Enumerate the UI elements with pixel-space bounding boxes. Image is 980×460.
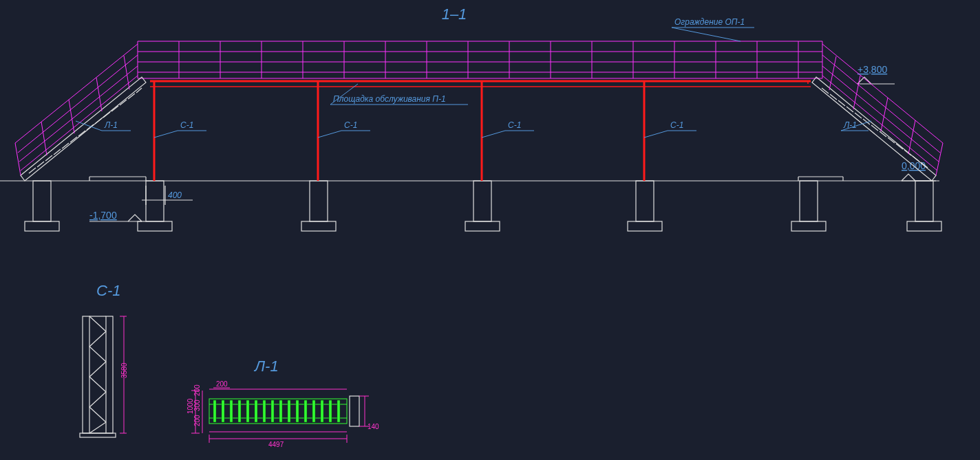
svg-rect-22 <box>465 221 500 231</box>
svg-line-100 <box>936 143 943 175</box>
svg-line-98 <box>822 66 939 162</box>
svg-line-62 <box>45 155 52 161</box>
leaders: Ограждение ОП-1 Площадка обслуживания П-… <box>76 17 871 138</box>
svg-rect-176 <box>337 400 340 422</box>
elev-top: +3,800 <box>858 64 895 84</box>
elev-foundation: -1,700 <box>89 210 142 221</box>
svg-text:140: 140 <box>368 423 379 430</box>
svg-line-117 <box>482 131 505 138</box>
svg-rect-17 <box>33 181 51 221</box>
svg-rect-164 <box>238 400 241 422</box>
svg-rect-168 <box>271 400 274 422</box>
svg-rect-166 <box>255 400 257 422</box>
svg-line-114 <box>318 131 341 138</box>
svg-rect-25 <box>636 181 654 221</box>
svg-line-78 <box>15 143 21 175</box>
svg-line-81 <box>96 78 102 111</box>
railing-deck <box>138 41 822 78</box>
svg-line-79 <box>41 122 47 155</box>
svg-rect-18 <box>138 221 172 231</box>
svg-line-136 <box>89 377 106 392</box>
svg-line-96 <box>822 44 943 143</box>
svg-line-66 <box>78 131 85 136</box>
svg-line-73 <box>136 88 142 93</box>
svg-line-93 <box>904 150 911 155</box>
dim-400: 400 <box>142 186 193 205</box>
svg-line-135 <box>89 362 106 377</box>
svg-text:С-1: С-1 <box>96 282 120 299</box>
svg-rect-171 <box>296 400 299 422</box>
svg-rect-16 <box>25 221 59 231</box>
svg-rect-131 <box>106 316 113 433</box>
svg-line-63 <box>54 149 61 155</box>
svg-text:400: 400 <box>168 190 182 200</box>
svg-text:200: 200 <box>216 380 228 388</box>
svg-rect-162 <box>222 400 224 422</box>
svg-line-105 <box>672 28 741 41</box>
section-title: 1–1 <box>442 6 467 23</box>
svg-rect-130 <box>83 316 89 433</box>
svg-text:Л-1: Л-1 <box>843 120 857 130</box>
svg-line-89 <box>871 125 878 131</box>
svg-text:Л-1: Л-1 <box>253 358 279 375</box>
svg-rect-24 <box>628 221 662 231</box>
section-1-1: 1–1 +3,800 0,000 -1,700 400 <box>0 6 943 231</box>
svg-text:Площадка обслуживания П-1: Площадка обслуживания П-1 <box>333 94 446 104</box>
svg-text:Л-1: Л-1 <box>104 120 118 130</box>
svg-line-77 <box>21 76 138 171</box>
svg-rect-19 <box>146 181 164 221</box>
svg-rect-173 <box>312 400 315 422</box>
svg-text:3580: 3580 <box>120 362 128 378</box>
svg-rect-161 <box>213 400 216 422</box>
svg-line-120 <box>644 131 668 138</box>
svg-rect-142 <box>80 433 116 437</box>
svg-text:С-1: С-1 <box>508 120 521 130</box>
svg-rect-29 <box>915 181 933 221</box>
svg-text:200: 200 <box>193 415 201 426</box>
svg-rect-163 <box>230 400 233 422</box>
svg-text:С-1: С-1 <box>344 120 357 130</box>
svg-line-92 <box>896 144 903 149</box>
svg-text:+3,800: +3,800 <box>858 64 887 75</box>
svg-line-68 <box>95 118 102 124</box>
steel-frame <box>150 81 811 181</box>
svg-text:200: 200 <box>193 384 201 396</box>
svg-rect-28 <box>907 221 941 231</box>
stair-left <box>15 44 146 181</box>
svg-line-137 <box>89 392 106 407</box>
svg-line-70 <box>111 106 118 111</box>
svg-line-134 <box>89 347 106 362</box>
svg-text:300: 300 <box>193 399 201 411</box>
svg-text:С-1: С-1 <box>180 120 193 130</box>
svg-line-111 <box>154 131 178 138</box>
foundations <box>25 181 941 231</box>
svg-rect-175 <box>329 400 332 422</box>
svg-line-99 <box>822 76 937 171</box>
svg-line-69 <box>103 112 110 118</box>
svg-line-80 <box>69 100 74 133</box>
detail-l1: Л-1 1000 200 300 200 <box>187 358 379 448</box>
svg-rect-174 <box>321 400 323 422</box>
svg-rect-26 <box>791 221 826 231</box>
svg-rect-21 <box>310 181 328 221</box>
svg-line-76 <box>19 66 138 162</box>
svg-rect-172 <box>304 400 307 422</box>
svg-line-132 <box>89 316 106 331</box>
svg-line-74 <box>15 44 138 143</box>
svg-line-139 <box>89 422 106 433</box>
svg-rect-20 <box>301 221 336 231</box>
detail-c1: С-1 3580 <box>80 282 128 437</box>
svg-rect-170 <box>288 400 290 422</box>
svg-line-138 <box>89 407 106 422</box>
svg-text:-1,700: -1,700 <box>89 210 117 221</box>
svg-text:Ограждение ОП-1: Ограждение ОП-1 <box>674 17 745 27</box>
svg-text:С-1: С-1 <box>670 120 683 130</box>
svg-text:4497: 4497 <box>268 441 284 448</box>
svg-rect-23 <box>473 181 491 221</box>
svg-rect-169 <box>279 400 282 422</box>
svg-line-133 <box>89 331 106 347</box>
svg-rect-27 <box>800 181 818 221</box>
svg-rect-167 <box>263 400 266 422</box>
svg-rect-177 <box>350 396 359 426</box>
svg-line-84 <box>830 94 837 100</box>
